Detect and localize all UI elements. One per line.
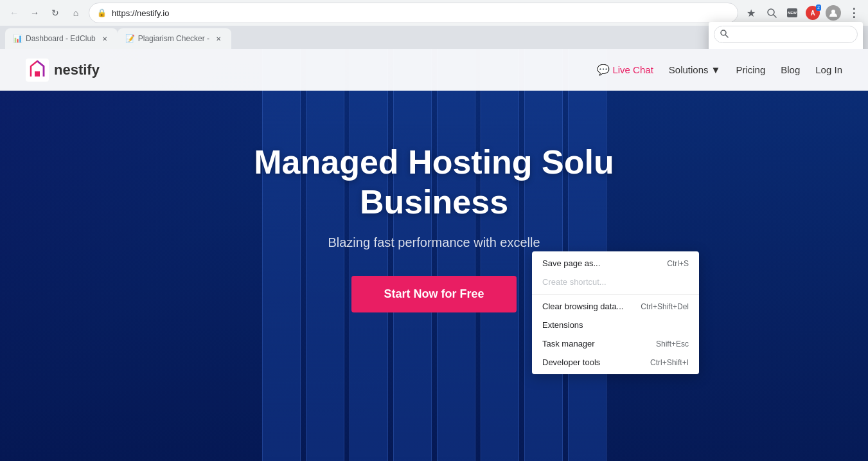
page-content: nestify 💬 Live Chat Solutions ▼ Pricing … (0, 49, 868, 461)
submenu-divider-1 (532, 294, 699, 294)
profile-button[interactable] (824, 4, 842, 22)
svg-line-6 (726, 35, 729, 38)
submenu-item-create-shortcut: Create shortcut... (532, 273, 699, 291)
grammarly-button[interactable]: A 2 (804, 4, 822, 22)
more-tools-submenu: Save page as... Ctrl+S Create shortcut..… (532, 251, 699, 374)
more-button[interactable]: ⋮ (845, 4, 863, 22)
logo[interactable]: nestify (26, 59, 100, 82)
svg-rect-8 (35, 71, 40, 77)
menu-search-bar[interactable] (714, 26, 858, 43)
submenu-item-developer-tools[interactable]: Developer tools Ctrl+Shift+I (532, 353, 699, 372)
lens-button[interactable] (763, 4, 781, 22)
nav-live-chat[interactable]: 💬 Live Chat (597, 64, 653, 76)
tab-plagiarism-close[interactable]: ✕ (213, 33, 224, 44)
svg-point-5 (721, 30, 726, 35)
tab-edclub-title: Dashboard - EdClub (26, 34, 96, 43)
svg-text:NEW: NEW (788, 11, 797, 15)
hero-section: Managed Hosting Solu Business Blazing fa… (0, 91, 868, 312)
browser-top-bar: ← → ↻ ⌂ 🔒 https://nestify.io ★ NEW A 2 (0, 0, 868, 26)
solutions-label: Solutions (669, 64, 709, 75)
bookmark-button[interactable]: ★ (742, 4, 760, 22)
tab-plagiarism[interactable]: 📝 Plagiarism Checker - ✕ (118, 28, 231, 49)
back-button[interactable]: ← (5, 4, 23, 22)
cta-button[interactable]: Start Now for Free (351, 276, 516, 312)
nav-buttons: ← → ↻ ⌂ (5, 4, 85, 22)
nav-link-pricing[interactable]: Pricing (736, 64, 765, 75)
submenu-item-task-manager[interactable]: Task manager Shift+Esc (532, 334, 699, 353)
browser-chrome: ← → ↻ ⌂ 🔒 https://nestify.io ★ NEW A 2 (0, 0, 868, 49)
tab-edclub[interactable]: 📊 Dashboard - EdClub ✕ (5, 28, 118, 49)
nav-link-live-chat: Live Chat (612, 64, 653, 75)
nav-link-blog[interactable]: Blog (781, 64, 800, 75)
nav-links: 💬 Live Chat Solutions ▼ Pricing Blog Log… (597, 64, 842, 76)
nav-link-solutions[interactable]: Solutions ▼ (669, 64, 721, 75)
hero-subtitle: Blazing fast performance with excelle (328, 235, 540, 250)
more-button-container: ⋮ New tab Ctrl+T New window (845, 4, 863, 22)
logo-icon (26, 59, 49, 82)
new-feature-button[interactable]: NEW (783, 4, 801, 22)
hero-title-line1: Managed Hosting Solu (254, 143, 614, 181)
chevron-down-icon: ▼ (711, 64, 721, 75)
home-button[interactable]: ⌂ (67, 4, 85, 22)
chat-icon: 💬 (597, 64, 610, 76)
reload-button[interactable]: ↻ (46, 4, 64, 22)
website: nestify 💬 Live Chat Solutions ▼ Pricing … (0, 49, 868, 461)
tab-plagiarism-favicon: 📝 (125, 34, 134, 43)
navbar: nestify 💬 Live Chat Solutions ▼ Pricing … (0, 49, 868, 91)
menu-search-icon (720, 29, 729, 40)
logo-text: nestify (54, 62, 100, 78)
hero-title-line2: Business (360, 183, 508, 221)
lock-icon: 🔒 (97, 8, 107, 17)
nav-link-login[interactable]: Log In (815, 64, 842, 75)
hero-subtitle-text: Blazing fast performance with excelle (328, 235, 540, 249)
submenu-item-clear-browsing[interactable]: Clear browsing data... Ctrl+Shift+Del (532, 297, 699, 316)
tab-plagiarism-title: Plagiarism Checker - (138, 34, 209, 43)
hero-title: Managed Hosting Solu Business (254, 142, 614, 222)
url-text: https://nestify.io (112, 8, 730, 18)
submenu-item-save-page[interactable]: Save page as... Ctrl+S (532, 254, 699, 273)
address-bar[interactable]: 🔒 https://nestify.io (89, 3, 738, 23)
tab-edclub-favicon: 📊 (13, 34, 22, 43)
tab-edclub-close[interactable]: ✕ (100, 33, 110, 44)
submenu-item-extensions[interactable]: Extensions (532, 316, 699, 334)
forward-button[interactable]: → (26, 4, 44, 22)
browser-actions: ★ NEW A 2 ⋮ (742, 4, 863, 22)
svg-line-1 (774, 15, 776, 17)
